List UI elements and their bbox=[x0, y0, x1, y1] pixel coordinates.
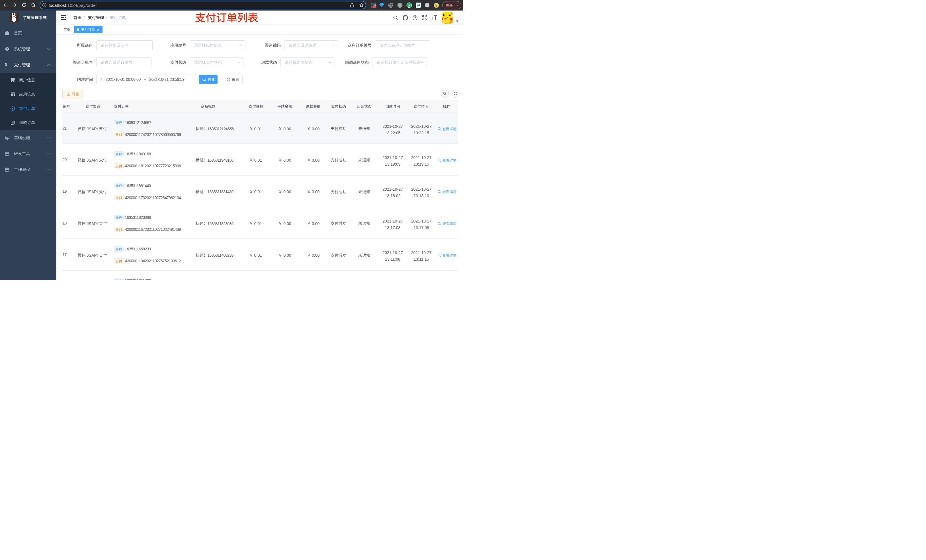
svg-text:y: y bbox=[409, 3, 410, 7]
svg-text:10: 10 bbox=[373, 5, 376, 8]
svg-text:¥: ¥ bbox=[12, 107, 14, 110]
